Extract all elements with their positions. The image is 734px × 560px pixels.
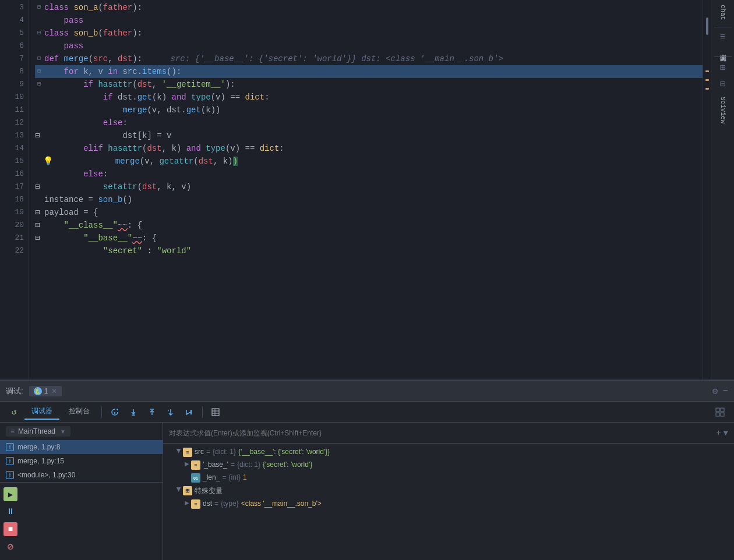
stack-item-1[interactable]: f merge, 1.py:15 (0, 454, 163, 468)
mute-button[interactable]: ⊘ (3, 540, 17, 554)
fold-icon-7[interactable]: ⊟ (35, 55, 43, 63)
code-line-13: ⊟ dst[k] = v (35, 129, 703, 142)
line-content-6: pass (43, 40, 703, 52)
minimize-icon[interactable]: − (722, 386, 728, 396)
var-value-dst: <class '__main__.son_b'> (241, 499, 322, 508)
var-arrow-special: ▶ (176, 485, 182, 494)
variable-tree: ▶ ≡ src = {dict: 1} {'__base__': {'secre… (163, 444, 734, 513)
editor-scrollbar[interactable] (703, 0, 711, 380)
right-panel-icon-stack[interactable]: ≡ (718, 30, 728, 45)
line-num-8: 8 (0, 65, 24, 78)
dropdown-watch-icon[interactable]: ▼ (724, 428, 728, 438)
tab-debugger[interactable]: 调试器 (24, 404, 59, 420)
settings-debug-button[interactable]: ⚙ (3, 557, 17, 560)
layout-icon[interactable] (712, 404, 728, 420)
scroll-thumb[interactable] (706, 17, 708, 35)
fold-spacer-14 (35, 142, 43, 155)
line-content-21: "__base__"~~: { (43, 232, 703, 244)
add-watch-icon[interactable]: + (716, 428, 721, 438)
line-num-7: 7 (0, 52, 24, 65)
right-panel-icon-grid[interactable]: ⊞ (718, 59, 728, 76)
fold-icon-9[interactable]: ⊟ (35, 78, 43, 91)
tab-console[interactable]: 控制台 (62, 404, 97, 420)
thread-name: MainThread (18, 427, 55, 435)
stack-item-2[interactable]: f <module>, 1.py:30 (0, 468, 163, 482)
fold-spacer-22 (35, 244, 43, 257)
fold-icon-17[interactable]: ⊟ (35, 180, 43, 193)
continue-button[interactable]: ▶ (3, 487, 17, 501)
thread-header: ≡ MainThread ▼ (0, 423, 163, 440)
toolbar-sep-1 (101, 406, 102, 418)
var-item-src[interactable]: ▶ ≡ src = {dict: 1} {'__base__': {'secre… (163, 446, 734, 459)
right-panel-sciview[interactable]: SciView (719, 92, 726, 128)
var-type-dst: {type} (221, 499, 239, 508)
var-item-special[interactable]: ▶ ⊞ 特殊变量 (163, 484, 734, 498)
line-content-18: instance = son_b() (43, 193, 703, 206)
fold-icon-13[interactable]: ⊟ (35, 129, 43, 142)
fold-spacer-11 (35, 104, 43, 116)
stack-frame-label-0: merge, 1.py:8 (17, 443, 60, 451)
var-item-dst[interactable]: ▶ ≡ dst = {type} <class '__main__.son_b'… (163, 498, 734, 511)
var-name-len: _len_ (203, 473, 220, 481)
code-line-10: if dst.get(k) and type(v) == dict: (35, 91, 703, 104)
line-num-20: 20 (0, 219, 24, 232)
restart-button[interactable]: ↺ (6, 404, 22, 420)
line-num-18: 18 (0, 193, 24, 206)
line-num-16: 16 (0, 168, 24, 180)
var-type-src: {dict: 1} (213, 448, 236, 456)
run-to-cursor-button2[interactable] (181, 404, 197, 420)
variables-panel: + ▼ ▶ ≡ src = {dict: 1} {'__base__': {'s… (163, 423, 734, 560)
line-content-11: merge(v, dst.get(k)) (43, 104, 703, 116)
code-line-16: else: (35, 168, 703, 180)
fold-icon-8[interactable]: ⊟ (35, 68, 43, 76)
fold-spacer-16 (35, 168, 43, 180)
step-over-button[interactable] (107, 404, 123, 420)
line-content-5: class son_b(father): (43, 27, 703, 40)
debug-tab-1[interactable]: 🐍 1 ✕ (29, 386, 62, 396)
line-content-13: dst[k] = v (43, 129, 703, 142)
lightbulb-icon-15[interactable]: 💡 (43, 155, 53, 168)
code-line-22: "secret" : "world" (35, 244, 703, 257)
fold-icon-20[interactable]: ⊟ (35, 219, 43, 232)
right-panel-monitor[interactable]: 实时监测 (718, 45, 727, 54)
var-type-len: {int} (228, 473, 241, 481)
var-item-len[interactable]: ▶ 01 _len_ = {int} 1 (163, 472, 734, 484)
call-stack-panel: ≡ MainThread ▼ f merge, 1.py:8 f merge, … (0, 423, 163, 560)
var-item-base[interactable]: ▶ ≡ '_base_' = {dict: 1} {'secret': 'wor… (163, 459, 734, 472)
fold-icon-19[interactable]: ⊟ (35, 206, 43, 219)
expression-input[interactable] (169, 429, 716, 437)
right-panel-chat[interactable]: chat (719, 0, 726, 24)
line-content-14: elif hasattr(dst, k) and type(v) == dict… (43, 142, 703, 155)
step-into-button[interactable] (125, 404, 142, 420)
fold-icon-3[interactable]: ⊟ (35, 3, 43, 12)
code-line-4: pass (35, 14, 703, 27)
fold-icon-5[interactable]: ⊟ (35, 29, 43, 37)
code-area[interactable]: ⊟ class son_a(father): pass ⊟ class son_… (29, 0, 703, 380)
stack-frame-icon-0: f (6, 443, 14, 451)
fold-icon-21[interactable]: ⊟ (35, 232, 43, 244)
toolbar-sep-2 (202, 406, 203, 418)
code-line-18: instance = son_b() (35, 193, 703, 206)
step-out-button[interactable] (144, 404, 160, 420)
debug-control-buttons: ▶ ⏸ ■ ⊘ ⚙ ⋮ (0, 482, 163, 560)
table-view-button[interactable] (207, 404, 224, 420)
svg-rect-14 (716, 413, 719, 416)
fold-spacer-15 (35, 155, 43, 168)
stack-item-0[interactable]: f merge, 1.py:8 (0, 440, 163, 454)
settings-icon[interactable]: ⚙ (712, 385, 718, 397)
line-content-16: else: (43, 168, 703, 180)
fold-spacer-4 (35, 16, 43, 24)
right-panel-icon-minus[interactable]: ⊟ (718, 76, 728, 92)
var-arrow-dst: ▶ (183, 499, 191, 506)
pause-button[interactable]: ⏸ (3, 505, 17, 519)
debug-hint-7: src: {'__base__': {'secret': 'world'}} d… (171, 54, 503, 63)
stop-button[interactable]: ■ (3, 522, 17, 536)
fold-spacer-18 (35, 193, 43, 206)
thread-dropdown[interactable]: ≡ MainThread ▼ (6, 426, 70, 437)
code-line-9: ⊟ if hasattr(dst, '__getitem__'): (35, 78, 703, 91)
var-icon-dst: ≡ (191, 499, 200, 509)
line-numbers: 3 4 5 6 7 8 9 10 11 12 13 14 15 16 17 18… (0, 0, 29, 380)
debug-tab-close[interactable]: ✕ (51, 387, 57, 395)
run-to-cursor-button[interactable] (163, 404, 179, 420)
var-arrow-src: ▶ (176, 447, 182, 455)
